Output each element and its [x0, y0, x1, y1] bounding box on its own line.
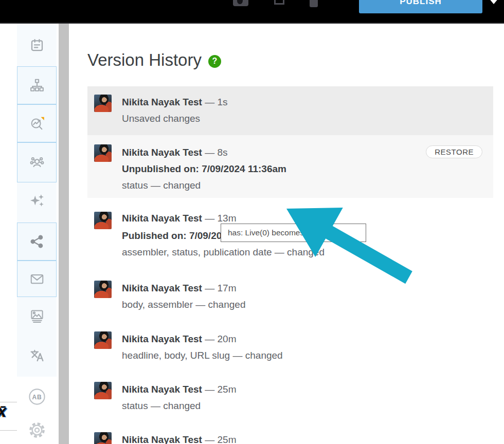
- background-window-corner: x̄: [0, 402, 17, 431]
- sidebar-item-audience[interactable]: [17, 142, 57, 182]
- version-row-header: Nikita Nayak Test — 20m: [122, 334, 236, 345]
- changed-fields: Unsaved changes: [122, 113, 200, 124]
- publish-status-line: Unpublished on: 7/09/2024 11:36am: [122, 163, 286, 175]
- version-age: — 17m: [205, 283, 236, 293]
- author-name: Nikita Nayak Test: [122, 384, 202, 395]
- sidebar-item-ai[interactable]: [17, 182, 57, 218]
- version-age: — 8s: [205, 147, 227, 158]
- version-row-header: Nikita Nayak Test — 1s: [122, 97, 228, 108]
- author-name: Nikita Nayak Test: [122, 97, 202, 107]
- version-history-panel: Version History ? Nikita Nayak Test — 1s…: [69, 24, 504, 444]
- sidebar: AB: [17, 24, 57, 444]
- sidebar-item-settings[interactable]: [17, 416, 57, 444]
- changed-fields: status — changed: [122, 180, 201, 191]
- avatar: [94, 331, 112, 349]
- sidebar-item-analytics[interactable]: [17, 104, 57, 142]
- version-age: — 1s: [205, 97, 227, 107]
- app-window: PUBLISH: [0, 0, 504, 444]
- duplicate-icon[interactable]: [268, 0, 289, 9]
- sidebar-item-structure[interactable]: [17, 66, 57, 104]
- author-name: Nikita Nayak Test: [122, 147, 202, 158]
- sparkles-icon: [29, 193, 45, 208]
- publish-button[interactable]: PUBLISH: [359, 0, 482, 13]
- sidebar-item-ab-test[interactable]: AB: [17, 377, 57, 416]
- restore-button[interactable]: RESTORE: [426, 145, 482, 158]
- change-tooltip-text: has: Live(0) becomes: Draft(5): [228, 228, 335, 237]
- sidebar-item-share[interactable]: [17, 223, 57, 261]
- changed-fields: assembler, status, publication date — ch…: [122, 247, 325, 258]
- envelope-icon: [29, 271, 45, 287]
- avatar: [94, 281, 112, 298]
- author-name: Nikita Nayak Test: [122, 283, 202, 293]
- version-row-header: Nikita Nayak Test — 17m: [122, 283, 236, 294]
- version-row-header: Nikita Nayak Test — 8s: [122, 147, 228, 158]
- change-tooltip: has: Live(0) becomes: Draft(5): [221, 224, 366, 242]
- version-row[interactable]: Nikita Nayak Test — 1s Unsaved changes: [87, 86, 493, 135]
- changed-fields: body, assembler — changed: [122, 299, 245, 310]
- duplicate-icon-front: [274, 0, 284, 5]
- ab-test-icon: AB: [28, 388, 46, 405]
- sidebar-item-schedule[interactable]: [17, 24, 57, 66]
- analytics-icon: [29, 116, 45, 131]
- share-icon: [29, 234, 45, 249]
- formula-x-icon: x̄: [0, 402, 6, 421]
- version-row[interactable]: Nikita Nayak Test — 20m headline, body, …: [87, 328, 493, 369]
- version-row-header: Nikita Nayak Test — 25m: [122, 434, 236, 444]
- preview-icon-lens: [237, 0, 243, 4]
- changed-fields: headline, body, URL slug — changed: [122, 350, 283, 361]
- page-title: Version History ?: [87, 50, 221, 70]
- sidebar-item-translate[interactable]: [17, 335, 57, 377]
- sitemap-icon: [29, 78, 45, 93]
- version-row[interactable]: Nikita Nayak Test — 25m: [87, 429, 493, 444]
- author-name: Nikita Nayak Test: [122, 434, 202, 444]
- svg-text:AB: AB: [32, 393, 42, 400]
- bookmark-icon[interactable]: [310, 0, 318, 7]
- translate-icon: [29, 347, 45, 364]
- changed-fields: status — changed: [122, 400, 201, 412]
- version-age: — 20m: [205, 334, 236, 344]
- version-row[interactable]: Nikita Nayak Test — 8s Unpublished on: 7…: [87, 135, 493, 198]
- people-network-icon: [29, 155, 45, 170]
- calendar-icon: [29, 38, 45, 53]
- author-name: Nikita Nayak Test: [122, 213, 202, 224]
- version-age: — 25m: [205, 384, 236, 395]
- avatar: [94, 95, 112, 112]
- page-title-text: Version History: [87, 50, 202, 70]
- gear-icon: [28, 421, 46, 439]
- avatar: [94, 432, 112, 444]
- version-row[interactable]: Nikita Nayak Test — 25m status — changed: [87, 379, 493, 420]
- image-icon: [29, 308, 45, 324]
- top-toolbar: PUBLISH: [0, 0, 504, 24]
- sidebar-item-media[interactable]: [17, 297, 57, 335]
- chevron-down-icon[interactable]: [489, 0, 499, 4]
- help-icon[interactable]: ?: [208, 55, 221, 68]
- avatar: [94, 382, 112, 399]
- sidebar-item-email[interactable]: [17, 261, 57, 297]
- version-age: — 13m: [205, 213, 236, 224]
- scrollbar[interactable]: [59, 24, 69, 444]
- preview-icon[interactable]: [233, 0, 248, 6]
- version-age: — 25m: [205, 434, 236, 444]
- analytics-flag-badge: [41, 117, 44, 120]
- avatar: [94, 212, 112, 229]
- version-row-header: Nikita Nayak Test — 25m: [122, 384, 236, 395]
- version-row-header: Nikita Nayak Test — 13m: [122, 213, 236, 224]
- avatar: [94, 144, 112, 162]
- author-name: Nikita Nayak Test: [122, 334, 202, 344]
- version-row[interactable]: Nikita Nayak Test — 17m body, assembler …: [87, 278, 493, 319]
